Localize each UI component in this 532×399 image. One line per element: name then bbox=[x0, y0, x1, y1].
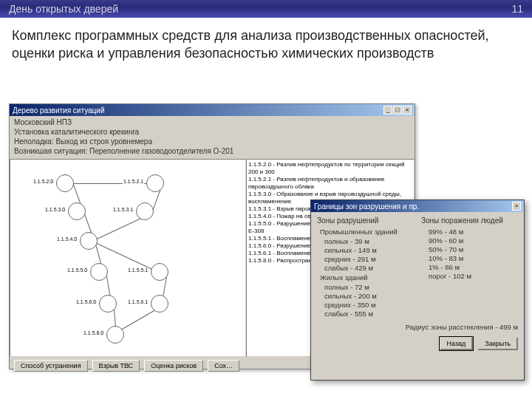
node-label: 1.1.5.8.0 bbox=[83, 330, 104, 335]
node-label: 1.1.5.5.1 bbox=[127, 267, 149, 273]
situation-label: Возникшая ситуация: Переполнение газовод… bbox=[14, 147, 410, 155]
slide-header: День открытых дверей 11 bbox=[0, 0, 532, 18]
value-row: полных - 39 м bbox=[317, 237, 414, 245]
plant-label: Московский НПЗ bbox=[14, 118, 410, 126]
header-right: 11 bbox=[511, 3, 523, 15]
fault-label: Неполадка: Выход из строя уровнемера bbox=[14, 137, 410, 146]
group-label: Промышленных зданий bbox=[317, 228, 414, 236]
window-info: Московский НПЗ Установка каталитического… bbox=[10, 116, 415, 159]
tree-canvas[interactable]: 1.1.5.2.0 1.1.5.2.1 1.1.5.3.0 1.1.5.3.1 … bbox=[10, 159, 246, 357]
col-header: Зоны поражения людей bbox=[421, 216, 518, 225]
list-item[interactable]: 1.1.5.2.1 - Разлив нефтепродуктов и обра… bbox=[248, 176, 412, 191]
tree-node[interactable] bbox=[106, 326, 124, 344]
value-row: 1% - 86 м bbox=[421, 263, 518, 271]
tree-node[interactable] bbox=[151, 295, 168, 313]
close-icon[interactable]: × bbox=[403, 106, 412, 115]
value-row: сильных - 200 м bbox=[317, 292, 414, 300]
tree-node[interactable] bbox=[56, 174, 74, 192]
value-row: полных - 72 м bbox=[317, 283, 414, 291]
header-left: День открытых дверей bbox=[9, 3, 118, 15]
tree-node[interactable] bbox=[146, 174, 164, 192]
window-title: Границы зон разрушения и пр. bbox=[314, 202, 419, 211]
value-row: 10% - 83 м bbox=[421, 254, 518, 262]
risk-button[interactable]: Оценка рисков bbox=[144, 360, 203, 372]
titlebar[interactable]: Границы зон разрушения и пр. × bbox=[311, 200, 524, 212]
list-item[interactable]: 1.1.5.2.0 - Разлив нефтепродуктов по тер… bbox=[248, 161, 412, 176]
value-row: 99% - 48 м bbox=[421, 228, 518, 236]
value-row: средних - 291 м bbox=[317, 255, 414, 263]
node-label: 1.1.5.3.1 bbox=[112, 207, 134, 212]
titlebar[interactable]: Дерево развития ситуаций _ □ × bbox=[10, 104, 415, 116]
destruction-column: Зоны разрушений Промышленных зданий полн… bbox=[317, 216, 414, 318]
back-button[interactable]: Назад bbox=[440, 337, 474, 350]
tree-node[interactable] bbox=[80, 232, 98, 250]
node-label: 1.1.5.2.0 bbox=[33, 179, 54, 184]
page-title: Комплекс программных средств для анализа… bbox=[0, 18, 532, 69]
tree-node[interactable] bbox=[68, 202, 86, 220]
damage-zones-window: Границы зон разрушения и пр. × Зоны разр… bbox=[310, 200, 525, 381]
value-row: слабых - 555 м bbox=[317, 310, 414, 318]
group-label: Жилых зданий bbox=[317, 273, 414, 282]
node-label: 1.1.5.5.0 bbox=[66, 267, 88, 273]
value-row: 50% - 70 м bbox=[421, 245, 518, 253]
col-header: Зоны разрушений bbox=[317, 216, 414, 225]
value-row: средних - 350 м bbox=[317, 301, 414, 309]
node-label: 1.1.5.6.0 bbox=[75, 299, 97, 304]
window-title: Дерево развития ситуаций bbox=[13, 106, 104, 115]
close-button[interactable]: Закрыть bbox=[477, 337, 518, 350]
close-icon[interactable]: × bbox=[512, 202, 521, 211]
value-row: сильных - 149 м bbox=[317, 246, 414, 254]
unit-label: Установка каталитического крекинга bbox=[14, 128, 410, 136]
method-button[interactable]: Способ устранения bbox=[14, 360, 88, 372]
maximize-icon[interactable]: □ bbox=[393, 106, 402, 115]
save-button[interactable]: Сох… bbox=[208, 360, 239, 372]
explosion-button[interactable]: Взрыв ТВС bbox=[92, 360, 140, 372]
value-row: 90% - 60 м bbox=[421, 236, 518, 245]
tree-node[interactable] bbox=[136, 202, 154, 220]
casualty-column: Зоны поражения людей 99% - 48 м 90% - 60… bbox=[421, 216, 518, 318]
node-label: 1.1.5.2.1 bbox=[123, 179, 144, 184]
value-row: слабых - 429 м bbox=[317, 264, 414, 272]
minimize-icon[interactable]: _ bbox=[383, 106, 392, 115]
tree-node[interactable] bbox=[90, 263, 108, 281]
node-label: 1.1.5.3.0 bbox=[44, 207, 66, 212]
radius-label: Радиус зоны расстекления - 499 м bbox=[311, 323, 524, 334]
tree-node[interactable] bbox=[99, 295, 117, 313]
value-row: порог - 102 м bbox=[421, 272, 518, 280]
tree-node[interactable] bbox=[151, 263, 168, 281]
node-label: 1.1.5.4.0 bbox=[56, 236, 78, 242]
node-label: 1.1.5.6.1 bbox=[127, 299, 149, 304]
